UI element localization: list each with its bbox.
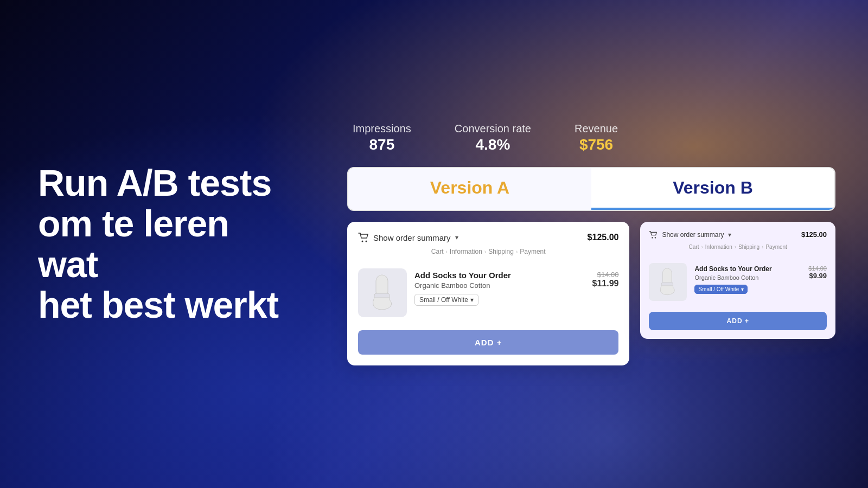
breadcrumb-b: Cart › Information › Shipping › Payment (649, 244, 827, 250)
price-original-b: $14.00 (808, 265, 827, 272)
version-tabs: Version A Version B (347, 167, 835, 211)
product-info-b: Add Socks to Your Order Organic Bamboo C… (694, 263, 801, 294)
breadcrumb-sep2-a: › (484, 249, 486, 255)
product-info-a: Add Socks to Your Order Organic Bamboo C… (414, 268, 585, 306)
product-image-a (358, 268, 407, 317)
price-sale-a: $11.99 (592, 279, 619, 288)
conversion-label: Conversion rate (455, 123, 531, 135)
mockup-b-price: $125.00 (801, 230, 827, 239)
chevron-down-icon-b: ▾ (728, 231, 731, 239)
product-image-b (649, 263, 687, 301)
product-prices-a: $14.00 $11.99 (592, 268, 619, 288)
sock-image-b (656, 267, 679, 297)
mockup-b-order-summary[interactable]: Show order summary ▾ (649, 231, 731, 239)
breadcrumb-sep3-a: › (516, 249, 518, 255)
sock-image-a (368, 274, 398, 312)
price-original-a: $14.00 (597, 271, 619, 279)
svg-point-1 (366, 241, 367, 242)
breadcrumb-payment-a: Payment (520, 248, 545, 255)
conversion-value: 4.8% (475, 136, 510, 153)
mockups-row: Show order summary ▾ $125.00 Cart › Info… (347, 222, 835, 365)
order-summary-text-b: Show order summary (662, 231, 724, 239)
breadcrumb-sep1-a: › (445, 249, 447, 255)
breadcrumb-info-a: Information (450, 248, 482, 255)
headline-line3: het best werkt (38, 284, 278, 325)
variant-chevron-a: ▾ (470, 296, 474, 304)
stat-conversion: Conversion rate 4.8% (455, 123, 531, 153)
breadcrumb-payment-b: Payment (765, 244, 787, 250)
headline-line2: om te leren wat (38, 203, 229, 285)
mockup-a-price: $125.00 (588, 233, 619, 242)
mockup-a-header: Show order summary ▾ $125.00 (358, 233, 618, 242)
variant-chevron-b: ▾ (741, 286, 744, 292)
product-subtitle-a: Organic Bamboo Cotton (414, 281, 585, 290)
tab-version-a[interactable]: Version A (348, 168, 591, 210)
mockup-b-header: Show order summary ▾ $125.00 (649, 230, 827, 239)
breadcrumb-info-b: Information (705, 244, 732, 250)
product-variant-a[interactable]: Small / Off White ▾ (414, 294, 478, 306)
product-variant-b[interactable]: Small / Off White ▾ (694, 285, 748, 294)
breadcrumb-shipping-a: Shipping (488, 248, 514, 255)
order-summary-text-a: Show order summary (373, 233, 451, 242)
cart-icon (358, 233, 369, 242)
breadcrumb-sep3-b: › (762, 244, 763, 250)
chevron-down-icon-a: ▾ (455, 234, 458, 241)
breadcrumb-sep2-b: › (735, 244, 736, 250)
cart-icon-b (649, 231, 658, 239)
tab-version-b[interactable]: Version B (591, 168, 834, 210)
svg-point-5 (655, 237, 656, 238)
product-prices-b: $14.00 $9.99 (808, 263, 827, 280)
price-sale-b: $9.99 (809, 272, 827, 280)
revenue-label: Revenue (575, 123, 618, 135)
add-button-b[interactable]: ADD + (649, 312, 827, 330)
impressions-value: 875 (369, 136, 395, 153)
add-button-a[interactable]: ADD + (358, 330, 618, 355)
product-card-a: Add Socks to Your Order Organic Bamboo C… (358, 263, 618, 323)
product-card-b: Add Socks to Your Order Organic Bamboo C… (649, 258, 827, 306)
mockup-a-order-summary[interactable]: Show order summary ▾ (358, 233, 458, 242)
product-title-b: Add Socks to Your Order (694, 265, 801, 273)
breadcrumb-a: Cart › Information › Shipping › Payment (358, 248, 618, 255)
mockup-version-b: Show order summary ▾ $125.00 Cart › Info… (640, 222, 835, 339)
breadcrumb-cart-a: Cart (431, 248, 444, 255)
stats-row: Impressions 875 Conversion rate 4.8% Rev… (347, 123, 835, 153)
svg-point-0 (362, 241, 363, 242)
product-subtitle-b: Organic Bamboo Cotton (694, 274, 801, 281)
svg-point-4 (652, 237, 653, 238)
mockup-version-a: Show order summary ▾ $125.00 Cart › Info… (347, 222, 629, 365)
impressions-label: Impressions (353, 123, 411, 135)
revenue-value: $756 (579, 136, 613, 153)
headline: Run A/B tests om te leren wat het best w… (38, 163, 298, 325)
breadcrumb-cart-b: Cart (689, 244, 699, 250)
stat-revenue: Revenue $756 (575, 123, 618, 153)
breadcrumb-sep1-b: › (701, 244, 703, 250)
breadcrumb-shipping-b: Shipping (738, 244, 760, 250)
product-title-a: Add Socks to Your Order (414, 271, 585, 280)
left-panel: Run A/B tests om te leren wat het best w… (0, 119, 336, 368)
headline-line1: Run A/B tests (38, 162, 271, 203)
stat-impressions: Impressions 875 (353, 123, 411, 153)
right-panel: Impressions 875 Conversion rate 4.8% Rev… (336, 101, 868, 387)
